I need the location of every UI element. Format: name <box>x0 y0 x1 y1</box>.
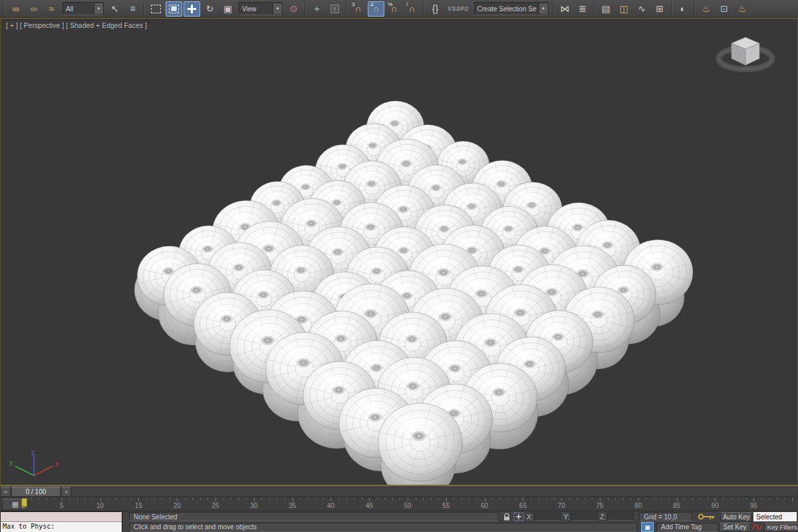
z-coordinate-input[interactable] <box>607 513 634 521</box>
unlink-selection-button[interactable]: ∞ <box>25 1 42 17</box>
viewport-label[interactable]: [ + ] [ Perspective ] [ Shaded + Edged F… <box>6 21 147 29</box>
select-object-button[interactable]: ↖ <box>106 1 123 17</box>
view-cube[interactable] <box>707 25 784 82</box>
default-tangent-curve-icon[interactable] <box>752 523 763 531</box>
ruler-tick <box>492 497 493 500</box>
select-and-scale-button[interactable]: ▣ <box>219 1 236 17</box>
window-crossing-toggle[interactable] <box>166 1 182 17</box>
x-coordinate-input[interactable] <box>534 513 561 521</box>
selection-filter-dropdown[interactable]: All▼ <box>63 2 104 15</box>
current-frame-marker[interactable] <box>21 498 27 507</box>
selection-set-dropdown[interactable]: Selected <box>753 512 797 521</box>
maxscript-mini-listener[interactable]: Max to Physc: <box>0 511 122 532</box>
ruler-tick <box>523 497 523 501</box>
edit-named-selection-sets-button[interactable]: {} <box>427 1 444 17</box>
ribbon-toggle-button[interactable]: ◫ <box>616 1 632 17</box>
reference-coordinate-system-dropdown[interactable]: View▼ <box>239 2 283 15</box>
ruler-tick <box>630 497 631 500</box>
ruler-tick <box>354 497 354 500</box>
time-slider-handle[interactable]: 0 / 100 <box>11 487 61 497</box>
scene-canvas[interactable] <box>1 19 797 485</box>
ruler-tick <box>731 497 732 500</box>
material-editor-button[interactable]: ◐ <box>675 1 692 17</box>
select-and-rotate-button[interactable]: ↻ <box>201 1 218 17</box>
ruler-tick <box>746 497 747 500</box>
named-selection-sets-dropdown-value: Create Selection Se <box>475 5 539 13</box>
manage-layers-button[interactable]: ▤ <box>598 1 614 17</box>
ruler-tick <box>592 497 593 500</box>
bind-to-space-warp-button[interactable]: ≈ <box>43 1 60 17</box>
select-and-move-button[interactable] <box>184 1 200 17</box>
ruler-tick <box>223 497 224 500</box>
ruler-tick <box>569 497 570 500</box>
ruler-tick <box>384 497 385 500</box>
chevron-down-icon[interactable]: ▼ <box>94 3 103 14</box>
selection-lock-icon[interactable] <box>503 513 511 521</box>
time-slider[interactable]: < 0 / 100 > <box>0 486 798 497</box>
ruler-tick <box>315 497 316 500</box>
grid-setting: Grid = 10,0 <box>639 512 692 521</box>
angle-snap-toggle[interactable]: ∩∠ <box>368 1 384 17</box>
macro-recorder-field[interactable] <box>1 512 122 522</box>
render-production-button[interactable]: ♨ <box>734 1 751 17</box>
y-coordinate-label: Y: <box>563 513 569 521</box>
snap-toggle-3d-button[interactable]: ∩3 <box>350 1 366 17</box>
next-frame-button[interactable]: > <box>61 487 71 497</box>
track-bar-ruler[interactable]: 05101520253035404550556065707580859095 <box>0 497 798 511</box>
ruler-tick <box>392 497 393 500</box>
chevron-down-icon[interactable]: ▼ <box>539 3 548 14</box>
select-by-name-button[interactable]: ≡ <box>124 1 141 17</box>
rendered-frame-window-button[interactable]: ⊡ <box>716 1 733 17</box>
perspective-viewport[interactable]: [ + ] [ Perspective ] [ Shaded + Edged F… <box>0 17 798 486</box>
y-coordinate-input[interactable] <box>571 513 597 521</box>
ruler-tick <box>200 497 201 500</box>
x-coordinate-label: X: <box>527 513 533 521</box>
mirror-button[interactable]: ⋈ <box>557 1 573 17</box>
chevron-down-icon[interactable]: ▼ <box>273 3 282 14</box>
key-filters-button[interactable]: Key Filters... <box>764 523 798 532</box>
axis-x-label: x <box>55 460 59 467</box>
add-time-tag[interactable]: Add Time Tag <box>656 523 719 532</box>
keyboard-shortcut-override-button[interactable]: ↑ <box>327 1 343 17</box>
use-pivot-point-center-button[interactable]: ⊙ <box>285 1 302 17</box>
select-and-link-button[interactable]: ∞ <box>7 1 24 17</box>
world-axis-gizmo: x y z <box>6 449 62 481</box>
toolbar-separator <box>694 3 696 15</box>
ruler-tick <box>77 497 78 500</box>
listener-input-field[interactable]: Max to Physc: <box>1 522 122 532</box>
spinner-snap-toggle[interactable]: ∩↕ <box>404 1 420 17</box>
time-slider-track[interactable] <box>71 487 798 497</box>
align-button[interactable]: ≣ <box>575 1 591 17</box>
percent-snap-toggle[interactable]: ∩% <box>386 1 402 17</box>
select-and-manipulate-button[interactable]: + <box>309 1 325 17</box>
previous-frame-button[interactable]: < <box>1 487 11 497</box>
curve-editor-button[interactable]: ∿ <box>634 1 650 17</box>
track-bar[interactable]: ▦ 05101520253035404550556065707580859095 <box>0 497 798 511</box>
set-keys-key-icon[interactable] <box>698 513 716 521</box>
toolbar-custom-label: VSSP2 <box>448 5 469 12</box>
ruler-tick <box>469 497 469 500</box>
prompt-line: Click and drag to select and move object… <box>129 523 637 532</box>
ruler-tick <box>285 497 285 500</box>
set-key-button[interactable]: Set Key <box>719 523 751 532</box>
frame-number-label: 25 <box>211 502 219 509</box>
named-selection-sets-dropdown[interactable]: Create Selection Se▼ <box>474 2 549 15</box>
absolute-offset-toggle-icon[interactable] <box>513 512 524 521</box>
render-setup-button[interactable]: ♨ <box>698 1 715 17</box>
frame-number-label: 90 <box>712 502 719 509</box>
ruler-tick <box>108 497 108 500</box>
ruler-tick <box>561 497 562 501</box>
rectangular-selection-region-button[interactable] <box>148 1 164 17</box>
schematic-view-button[interactable]: ⊞ <box>652 1 668 17</box>
ruler-tick <box>346 497 347 500</box>
ruler-tick <box>753 497 754 501</box>
ruler-tick <box>423 497 424 500</box>
axis-z-label: z <box>31 449 35 456</box>
ruler-tick <box>738 497 739 500</box>
ruler-tick <box>615 497 616 500</box>
frame-number-label: 5 <box>60 502 64 509</box>
isolate-selection-toggle[interactable]: ▣ <box>641 522 654 532</box>
auto-key-button[interactable]: Auto Key <box>720 512 752 521</box>
ruler-tick <box>692 497 693 500</box>
toolbar-separator <box>594 3 595 15</box>
